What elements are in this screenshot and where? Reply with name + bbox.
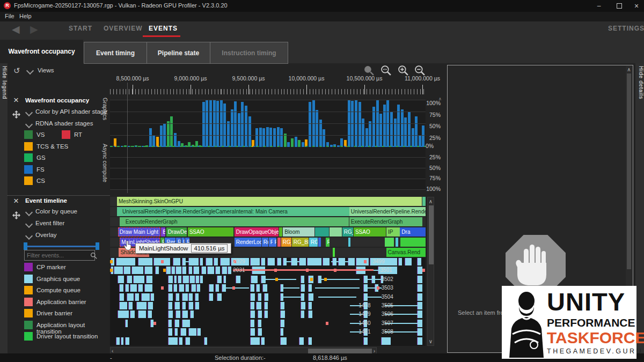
subtab-pipeline-state[interactable]: Pipeline state — [147, 42, 210, 64]
event-segment[interactable] — [330, 227, 341, 237]
event-segment[interactable] — [333, 248, 335, 257]
tab-overview[interactable]: OVERVIEW — [104, 25, 142, 32]
event-block[interactable] — [189, 293, 193, 301]
close-event-timeline-legend-icon[interactable]: × — [13, 197, 19, 205]
event-block[interactable] — [137, 302, 147, 309]
event-block[interactable] — [178, 276, 181, 283]
event-block[interactable] — [418, 258, 421, 265]
event-block[interactable] — [258, 320, 261, 327]
event-block[interactable] — [206, 258, 213, 265]
event-block[interactable] — [356, 258, 369, 265]
event-block[interactable] — [142, 293, 150, 301]
event-block[interactable] — [265, 311, 268, 318]
time-axis-ruler[interactable] — [110, 83, 426, 94]
maximize-button[interactable] — [611, 0, 628, 12]
graphics-occupancy-chart[interactable] — [110, 100, 426, 147]
zoom-out-icon[interactable] — [414, 65, 426, 76]
event-block[interactable] — [118, 311, 129, 318]
slider-handle-left[interactable] — [24, 242, 27, 250]
event-filter[interactable]: Event filter — [35, 220, 64, 226]
event-block[interactable] — [281, 311, 285, 318]
event-block[interactable] — [182, 302, 186, 309]
event-segment[interactable]: SSAO — [188, 227, 234, 237]
event-block[interactable] — [251, 284, 254, 292]
tab-start[interactable]: START — [69, 25, 92, 32]
event-block[interactable] — [418, 267, 422, 274]
event-block[interactable] — [251, 276, 258, 283]
event-segment[interactable]: RG_U — [342, 227, 353, 237]
event-block[interactable] — [148, 302, 153, 309]
event-block[interactable] — [221, 258, 230, 265]
event-block[interactable] — [299, 258, 306, 265]
event-block[interactable] — [257, 302, 261, 309]
event-segment[interactable]: Bloom — [283, 227, 314, 237]
event-block[interactable] — [175, 302, 180, 309]
event-block[interactable] — [138, 311, 146, 318]
event-block[interactable] — [189, 267, 192, 274]
event-block[interactable] — [179, 284, 184, 292]
event-block[interactable] — [148, 311, 152, 318]
tab-settings[interactable]: SETTINGS — [608, 25, 644, 32]
hide-details-strip[interactable]: Hide details — [635, 63, 644, 356]
event-block[interactable] — [281, 337, 287, 345]
event-block[interactable] — [224, 276, 226, 283]
filter-events-input[interactable] — [24, 250, 95, 261]
event-block[interactable] — [261, 337, 265, 345]
event-block[interactable] — [214, 258, 218, 265]
event-block[interactable] — [309, 302, 312, 309]
event-block[interactable] — [301, 276, 304, 283]
event-block[interactable] — [281, 328, 284, 336]
event-segment[interactable] — [277, 238, 281, 247]
event-block[interactable] — [127, 293, 134, 301]
event-block[interactable] — [418, 293, 422, 301]
event-segment[interactable]: RG_B — [281, 238, 291, 247]
close-wavefront-legend-icon[interactable]: × — [13, 97, 19, 104]
move-icon[interactable] — [12, 211, 20, 219]
chevron-down-icon[interactable] — [26, 67, 34, 75]
chevron-down-icon[interactable] — [25, 121, 33, 128]
event-block[interactable] — [174, 284, 177, 292]
event-block[interactable] — [399, 258, 402, 265]
event-block[interactable] — [309, 311, 312, 318]
event-block[interactable] — [130, 311, 135, 318]
menu-file[interactable]: File — [5, 13, 14, 19]
event-segment[interactable]: RG_ — [309, 238, 318, 247]
event-block[interactable] — [251, 337, 260, 345]
chevron-down-icon[interactable] — [25, 232, 33, 240]
event-block[interactable] — [176, 293, 179, 301]
hide-legend-strip[interactable]: Hide legend — [0, 63, 8, 356]
close-button[interactable]: × — [628, 0, 644, 12]
event-block[interactable] — [135, 293, 139, 301]
scroll-up-icon[interactable]: ∧ — [626, 67, 632, 72]
event-block[interactable] — [265, 302, 268, 309]
event-segment[interactable]: MeshSkinning.SkinOnGPU — [117, 197, 422, 206]
forward-arrow-icon[interactable]: ▶ — [30, 23, 38, 36]
event-segment[interactable] — [396, 238, 399, 247]
event-block[interactable] — [323, 258, 330, 265]
event-block[interactable] — [382, 337, 391, 345]
event-block[interactable] — [301, 311, 304, 318]
event-block[interactable] — [182, 311, 187, 318]
event-block[interactable] — [182, 320, 190, 327]
event-block[interactable] — [120, 284, 123, 292]
event-block[interactable] — [251, 328, 255, 336]
event-block[interactable] — [147, 276, 153, 283]
event-block[interactable] — [156, 267, 159, 274]
zoom-in-icon[interactable] — [398, 65, 409, 76]
event-block[interactable] — [204, 337, 207, 345]
event-block[interactable] — [277, 258, 281, 265]
event-segment[interactable]: SSAO — [354, 227, 386, 237]
event-block[interactable] — [189, 328, 196, 336]
hscroll-thumb[interactable] — [308, 349, 372, 353]
event-segment[interactable] — [400, 238, 426, 247]
event-block[interactable] — [418, 284, 422, 292]
event-block[interactable] — [251, 258, 260, 265]
event-block[interactable] — [197, 284, 200, 292]
event-block[interactable] — [172, 267, 175, 274]
event-block[interactable] — [364, 337, 368, 345]
event-block[interactable] — [151, 293, 154, 301]
event-block[interactable] — [301, 284, 305, 292]
tab-events[interactable]: EVENTS — [149, 25, 178, 32]
event-block[interactable] — [405, 258, 412, 265]
event-block[interactable] — [251, 320, 254, 327]
